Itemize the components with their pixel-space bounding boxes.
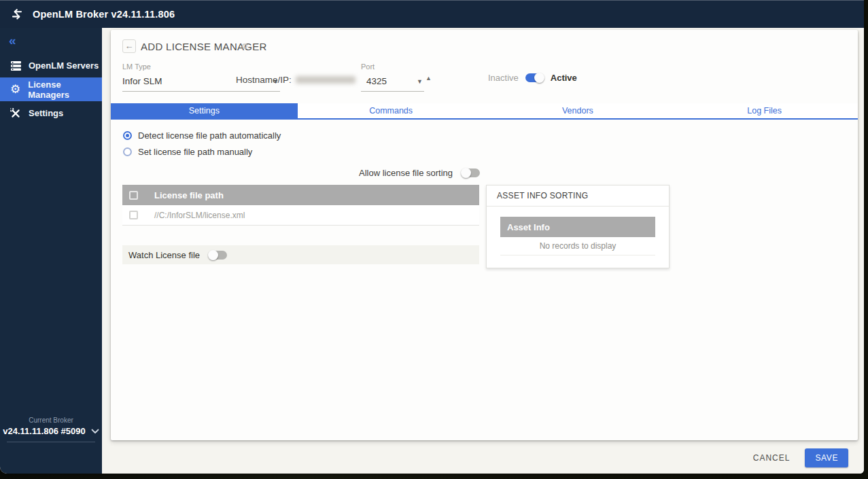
tab-vendors[interactable]: Vendors	[485, 103, 672, 118]
app-window: OpenLM Broker v24.11.11.806 « OpenLM	[0, 0, 864, 474]
radio-label: Set license file path manually	[138, 147, 252, 157]
port-value: 4325	[366, 76, 387, 86]
license-table-header: License file path	[154, 190, 224, 200]
tools-icon	[9, 107, 22, 120]
watch-license-row: Watch License file	[122, 245, 479, 264]
status-dot-icon	[242, 43, 247, 49]
chevron-down-icon	[91, 429, 99, 434]
radio-unselected-icon	[123, 147, 132, 156]
current-broker-value: v24.11.11.806 #5090	[3, 426, 85, 436]
hostname-label: Hostname/IP:	[236, 75, 292, 85]
sidebar-item-settings[interactable]: Settings	[0, 101, 102, 125]
sidebar-item-label: OpenLM Servers	[29, 60, 99, 71]
license-file-path: //C:/InforSLM/license.xml	[154, 211, 245, 220]
sidebar: « OpenLM Servers ⚙ License	[0, 28, 102, 474]
save-button[interactable]: SAVE	[805, 448, 848, 467]
servers-icon	[9, 60, 22, 72]
current-broker-selector[interactable]: v24.11.11.806 #5090	[0, 426, 102, 436]
watch-license-toggle[interactable]	[209, 251, 227, 260]
sidebar-item-label: License Managers	[28, 79, 102, 100]
radio-selected-icon	[123, 131, 132, 140]
license-file-table: License file path //C:/InforSLM/license.…	[122, 185, 479, 226]
select-all-checkbox[interactable]	[129, 191, 138, 200]
gear-icon: ⚙	[9, 84, 22, 96]
inactive-label: Inactive	[488, 73, 519, 83]
tab-log-files[interactable]: Log Files	[671, 103, 858, 118]
sidebar-item-label: Settings	[29, 108, 63, 118]
port-dropdown-caret-icon[interactable]: ▼	[417, 78, 423, 85]
allow-sorting-row: Allow license file sorting	[111, 168, 480, 178]
port-increment-icon[interactable]: ▲	[426, 75, 432, 82]
sidebar-item-license-managers[interactable]: ⚙ License Managers	[0, 77, 102, 101]
back-button[interactable]: ←	[122, 39, 136, 53]
empty-state-text: No records to display	[500, 237, 655, 255]
asset-info-sorting-panel: ASSET INFO SORTING Asset Info No records…	[486, 185, 670, 268]
broker-divider	[7, 442, 95, 442]
tab-settings[interactable]: Settings	[111, 103, 298, 118]
radio-label: Detect license file path automatically	[138, 130, 281, 141]
add-license-manager-card: ← ADD LICENSE MANAGER LM Type Infor SLM …	[111, 30, 858, 440]
watch-license-label: Watch License file	[128, 250, 200, 260]
hostname-redacted-value[interactable]	[296, 76, 355, 84]
openlm-logo-icon	[10, 7, 24, 22]
tab-commands[interactable]: Commands	[298, 103, 485, 118]
lm-type-label: LM Type	[122, 63, 280, 71]
table-row[interactable]: //C:/InforSLM/license.xml	[122, 205, 479, 226]
top-bar: OpenLM Broker v24.11.11.806	[0, 0, 864, 28]
active-toggle[interactable]	[525, 73, 544, 82]
collapse-chevrons-icon: «	[9, 34, 16, 47]
asset-info-table: Asset Info No records to display	[500, 217, 655, 255]
port-field[interactable]: Port 4325 ▼	[361, 63, 424, 92]
lm-type-value: Infor SLM	[122, 76, 162, 86]
current-broker-label: Current Broker	[0, 416, 102, 424]
app-title: OpenLM Broker v24.11.11.806	[33, 9, 175, 20]
license-table-header-row: License file path	[122, 185, 479, 205]
hostname-field: Hostname/IP:	[236, 75, 355, 85]
port-label: Port	[361, 63, 424, 71]
cancel-button[interactable]: CANCEL	[753, 453, 791, 463]
status-toggle-group: Inactive Active	[488, 73, 577, 83]
row-checkbox[interactable]	[129, 211, 138, 219]
active-label: Active	[551, 73, 577, 83]
asset-table-header: Asset Info	[507, 222, 550, 232]
page-title: ADD LICENSE MANAGER	[141, 41, 267, 52]
sidebar-item-openlm-servers[interactable]: OpenLM Servers	[0, 54, 102, 77]
main-content: ← ADD LICENSE MANAGER LM Type Infor SLM …	[102, 28, 864, 474]
current-broker-section: Current Broker v24.11.11.806 #5090	[0, 416, 102, 442]
allow-sorting-toggle[interactable]	[462, 168, 480, 177]
asset-table-header-row: Asset Info	[500, 217, 655, 237]
allow-sorting-label: Allow license file sorting	[359, 168, 453, 178]
radio-detect-automatically[interactable]: Detect license file path automatically	[123, 130, 281, 141]
asset-panel-title: ASSET INFO SORTING	[487, 185, 669, 207]
sidebar-collapse-button[interactable]: «	[0, 28, 102, 52]
footer-actions: CANCEL SAVE	[753, 448, 848, 467]
tab-bar: Settings Commands Vendors Log Files	[111, 103, 858, 120]
radio-set-manually[interactable]: Set license file path manually	[123, 147, 252, 157]
